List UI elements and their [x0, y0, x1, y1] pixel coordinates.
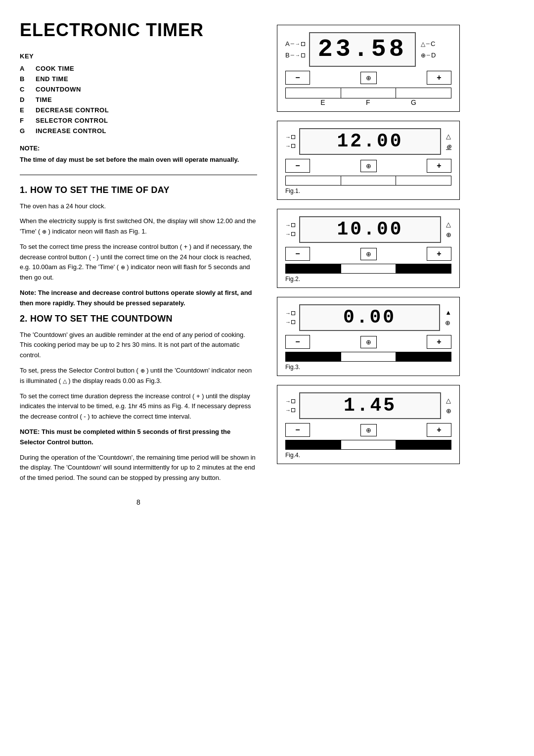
- fig2-circle: ⊕: [446, 231, 451, 238]
- fig4-circle: ⊕: [446, 407, 451, 415]
- fig3-label: Fig.3.: [285, 364, 451, 371]
- section2-bold-note1: NOTE: This must be completed within 5 se…: [20, 427, 257, 448]
- fig4-mid[interactable]: ⊕: [360, 424, 377, 436]
- fig3-bell: ▲: [445, 309, 451, 316]
- section1-heading: 1. HOW TO SET THE TIME OF DAY: [20, 185, 257, 195]
- fig2-sq1: [291, 223, 295, 227]
- fig3-circle: ⊕: [445, 319, 451, 327]
- main-minus-btn[interactable]: −: [285, 71, 310, 85]
- fig3-buttons: − ⊕ +: [285, 335, 451, 349]
- key-desc-a: COOK TIME: [36, 65, 74, 72]
- fig2-bot3[interactable]: [396, 264, 451, 273]
- key-desc-d: TIME: [36, 96, 52, 103]
- section-divider: [20, 175, 257, 175]
- key-item-d: D TIME: [20, 96, 257, 103]
- section1-para1: The oven has a 24 hour clock.: [20, 201, 257, 212]
- fig4-bot3[interactable]: [396, 440, 451, 449]
- label-f: F: [366, 98, 370, 106]
- note-text: The time of day must be set before the m…: [20, 155, 257, 165]
- fig2-mid[interactable]: ⊕: [360, 248, 377, 260]
- fig1-label: Fig.1.: [285, 188, 451, 194]
- label-d: D: [431, 51, 436, 59]
- fig4-bot1[interactable]: [286, 440, 341, 449]
- fig1-bot2[interactable]: [341, 176, 397, 185]
- fig3-mid-icon: ⊕: [366, 338, 371, 346]
- fig2-arrow2: →: [285, 231, 291, 237]
- fig2-minus[interactable]: −: [285, 247, 310, 261]
- key-letter-f: F: [20, 117, 30, 124]
- key-item-f: F SELECTOR CONTROL: [20, 117, 257, 124]
- key-item-g: G INCREASE CONTROL: [20, 127, 257, 135]
- fig1-buttons: − ⊕ +: [285, 159, 451, 173]
- main-diagram: A ─ → B ─ → 23.58: [277, 25, 460, 112]
- fig2-plus[interactable]: +: [427, 247, 451, 261]
- fig1-mid-icon: ⊕: [366, 162, 371, 170]
- fig1-arrow2: →: [285, 143, 291, 149]
- fig3-bot3[interactable]: [396, 352, 451, 361]
- fig1-circle: ⊕: [446, 143, 451, 150]
- key-letter-c: C: [20, 86, 30, 93]
- fig1-bot1[interactable]: [286, 176, 341, 185]
- fig4-plus[interactable]: +: [427, 423, 451, 437]
- section2-heading: 2. HOW TO SET THE COUNTDOWN: [20, 314, 257, 324]
- circle-icon-main: ⊕: [421, 52, 426, 59]
- fig3-digits: 0.00: [307, 308, 432, 327]
- fig1-arrow1: →: [285, 134, 291, 140]
- fig2-bell: △: [446, 221, 451, 228]
- key-item-b: B END TIME: [20, 75, 257, 83]
- fig3-bot1[interactable]: [286, 352, 341, 361]
- fig3-panel: → → 0.00 ▲ ⊕ −: [277, 297, 460, 376]
- key-item-a: A COOK TIME: [20, 65, 257, 72]
- fig4-sq2: [291, 408, 295, 412]
- note-title: NOTE:: [20, 144, 257, 152]
- main-bottom-btn3[interactable]: [396, 88, 451, 98]
- fig1-bot3[interactable]: [396, 176, 451, 185]
- label-g: G: [411, 98, 416, 106]
- key-letter-e: E: [20, 106, 30, 114]
- key-desc-f: SELECTOR CONTROL: [36, 117, 108, 124]
- key-section: KEY A COOK TIME B END TIME C COUNTDOWN D…: [20, 52, 257, 135]
- key-desc-c: COUNTDOWN: [36, 86, 81, 93]
- fig4-panel: → → 1.45 △ ⊕ −: [277, 385, 460, 464]
- fig3-arrow2: →: [285, 319, 291, 325]
- fig4-arrow1: →: [285, 398, 291, 404]
- fig2-bot1[interactable]: [286, 264, 341, 273]
- main-buttons: − ⊕ +: [285, 71, 451, 85]
- fig3-minus[interactable]: −: [285, 335, 310, 349]
- section1-bold-note: Note: The increase and decrease control …: [20, 288, 257, 309]
- fig1-minus[interactable]: −: [285, 159, 310, 173]
- fig3-mid[interactable]: ⊕: [360, 336, 377, 348]
- fig2-label: Fig.2.: [285, 276, 451, 283]
- page-title: ELECTRONIC TIMER: [20, 20, 257, 41]
- label-b: B: [285, 51, 290, 59]
- fig3-bot2[interactable]: [341, 352, 397, 361]
- fig4-sq1: [291, 399, 295, 403]
- fig2-arrow1: →: [285, 222, 291, 228]
- fig4-mid-icon: ⊕: [366, 426, 371, 434]
- label-c: C: [431, 40, 435, 47]
- main-screen: 23.58: [309, 32, 416, 67]
- page-number: 8: [20, 498, 257, 506]
- fig4-digits: 1.45: [307, 396, 433, 415]
- fig4-screen: 1.45: [299, 392, 441, 419]
- key-letter-d: D: [20, 96, 30, 103]
- fig3-arrow1: →: [285, 310, 291, 316]
- main-plus-btn[interactable]: +: [427, 71, 451, 85]
- fig4-minus[interactable]: −: [285, 423, 310, 437]
- fig1-plus[interactable]: +: [427, 159, 451, 173]
- fig4-bot2[interactable]: [341, 440, 397, 449]
- fig1-digits: 12.00: [307, 132, 433, 151]
- fig2-bot2[interactable]: [341, 264, 397, 273]
- fig4-label: Fig.4.: [285, 452, 451, 459]
- key-letter-a: A: [20, 65, 30, 72]
- fig2-sq2: [291, 232, 295, 236]
- fig1-mid[interactable]: ⊕: [360, 160, 377, 172]
- fig2-mid-icon: ⊕: [366, 250, 371, 258]
- bell-icon-main: △: [421, 41, 425, 47]
- main-bottom-btn1[interactable]: [286, 88, 341, 98]
- fig2-screen: 10.00: [299, 216, 441, 243]
- fig3-plus[interactable]: +: [427, 335, 451, 349]
- main-mid-btn[interactable]: ⊕: [360, 72, 377, 84]
- main-bottom-btn2[interactable]: [341, 88, 397, 98]
- fig3-screen: 0.00: [299, 304, 440, 331]
